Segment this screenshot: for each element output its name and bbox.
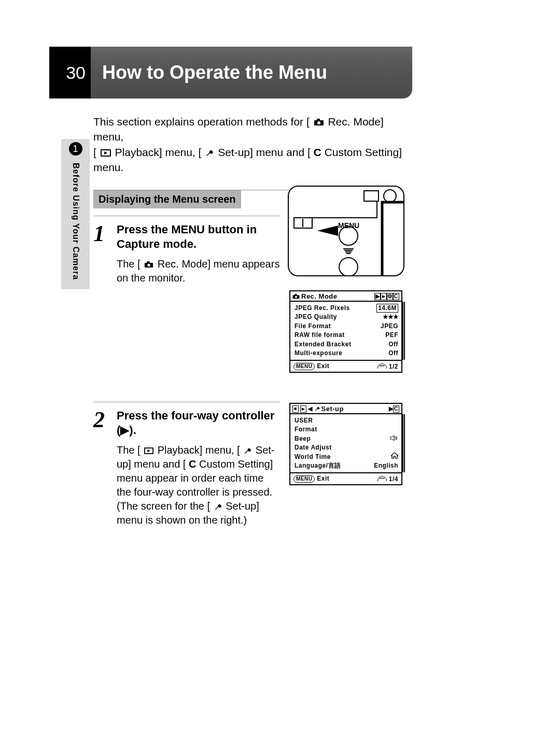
setup-row-5-label: Language/言語 bbox=[295, 461, 341, 470]
step-2-title: Press the four-way controller (▶). bbox=[117, 409, 280, 438]
dial-icon bbox=[377, 363, 387, 369]
chapter-side-tab: 1 Before Using Your Camera bbox=[61, 139, 90, 289]
step-1-menu: MENU bbox=[171, 223, 205, 236]
rec-row-2-label: File Format bbox=[295, 322, 331, 331]
page-number-block: 30 bbox=[49, 47, 91, 99]
setup-row-3: Date Adjust bbox=[295, 443, 398, 452]
subheading: Displaying the Menu screen bbox=[93, 190, 241, 208]
rec-row-1: JPEG Quality★★★ bbox=[295, 313, 398, 321]
rec-row-3-value: PEF bbox=[385, 331, 398, 340]
setup-screen-body: USER Format Beep Date Adjust World Time … bbox=[290, 414, 401, 472]
rec-row-4-label: Extended Bracket bbox=[295, 340, 351, 349]
step-2-desc: The [ Playback] menu, [ Set-up] menu and… bbox=[117, 443, 280, 527]
intro-paragraph: This section explains operation methods … bbox=[93, 114, 404, 175]
rec-row-3: RAW file formatPEF bbox=[295, 331, 398, 340]
rec-row-0: JPEG Rec. Pixels14.6M bbox=[295, 304, 398, 313]
rec-row-5-label: Multi-exposure bbox=[295, 349, 342, 358]
rec-row-4: Extended BracketOff bbox=[295, 340, 398, 349]
svg-marker-9 bbox=[147, 449, 150, 452]
rec-footer-left: MENU Exit bbox=[293, 362, 329, 370]
tab-custom-icon: C bbox=[393, 293, 399, 300]
setup-screen-footer: MENU Exit 1/4 bbox=[290, 472, 401, 484]
wrench-icon bbox=[214, 503, 222, 511]
wrench-icon bbox=[205, 149, 214, 157]
setup-row-4: World Time bbox=[295, 453, 398, 461]
step-1: 1 Press the MENU button in Capture mode.… bbox=[93, 216, 280, 285]
custom-c: C bbox=[314, 146, 321, 158]
tab-playback-icon: ▸ bbox=[381, 293, 387, 300]
setup-footer-page: 1/4 bbox=[389, 475, 398, 483]
svg-rect-1 bbox=[317, 119, 320, 121]
setup-row-4-value bbox=[391, 453, 398, 461]
step-1-number: 1 bbox=[93, 222, 117, 285]
page-number: 30 bbox=[66, 63, 86, 83]
setup-row-2-label: Beep bbox=[295, 434, 311, 443]
rec-row-5-value: Off bbox=[388, 349, 398, 358]
rec-row-0-value: 14.6M bbox=[376, 304, 398, 313]
svg-point-25 bbox=[295, 296, 297, 298]
setup-row-2: Beep bbox=[295, 434, 398, 443]
playback-icon bbox=[144, 447, 153, 454]
rec-row-2-value: JPEG bbox=[381, 322, 398, 331]
intro-text-2c: Set-up] menu and [ bbox=[218, 146, 311, 158]
setup-row-1-label: Format bbox=[295, 425, 317, 434]
step-2-desc-b: Playback] menu, [ bbox=[158, 444, 240, 456]
step-2-body: Press the four-way controller (▶). The [… bbox=[117, 409, 280, 527]
rec-mode-screen: Rec. Mode ▶ ▸ ⚙ C JPEG Rec. Pixels14.6M … bbox=[289, 290, 402, 373]
rec-screen-body: JPEG Rec. Pixels14.6M JPEG Quality★★★ Fi… bbox=[290, 302, 401, 360]
dial-icon bbox=[377, 476, 387, 481]
left-arrow-icon: ◀ bbox=[308, 405, 313, 412]
tab-playback-icon: ▸ bbox=[300, 405, 306, 413]
rec-footer-page: 1/2 bbox=[389, 363, 398, 370]
rec-row-0-label: JPEG Rec. Pixels bbox=[295, 304, 350, 313]
speaker-icon bbox=[390, 435, 398, 441]
rec-row-2: File FormatJPEG bbox=[295, 322, 398, 331]
tab-play-icon: ▶ bbox=[374, 293, 381, 300]
intro-text-1a: This section explains operation methods … bbox=[93, 116, 310, 128]
chapter-number-circle: 1 bbox=[69, 142, 82, 156]
playback-icon bbox=[101, 149, 111, 157]
tab-setup-icon: ⚙ bbox=[387, 293, 393, 300]
svg-marker-21 bbox=[317, 226, 338, 236]
camera-icon bbox=[314, 119, 324, 126]
svg-rect-24 bbox=[295, 294, 297, 296]
rec-row-3-label: RAW file format bbox=[295, 331, 345, 340]
camera-icon bbox=[292, 294, 300, 299]
subheading-text: Displaying the Menu screen bbox=[99, 193, 236, 205]
svg-point-7 bbox=[147, 264, 150, 266]
chapter-number: 1 bbox=[73, 144, 78, 154]
rec-footer-exit: Exit bbox=[317, 362, 329, 370]
rec-row-4-value: Off bbox=[388, 340, 398, 349]
menu-button-oval: MENU bbox=[293, 475, 315, 483]
right-arrow-icon: ▶ bbox=[389, 405, 394, 412]
setup-row-5-value: English bbox=[374, 461, 398, 470]
step-2-desc-a: The [ bbox=[117, 444, 141, 456]
rec-screen-footer: MENU Exit 1/2 bbox=[290, 360, 401, 372]
step-1-desc: The [ Rec. Mode] menu appears on the mon… bbox=[117, 257, 280, 285]
step-2-number: 2 bbox=[93, 409, 117, 527]
svg-text:MENU: MENU bbox=[338, 221, 359, 230]
setup-footer-exit: Exit bbox=[317, 475, 329, 482]
title-text: How to Operate the Menu bbox=[102, 62, 327, 83]
rec-footer-right: 1/2 bbox=[377, 363, 398, 370]
svg-rect-19 bbox=[364, 191, 379, 201]
svg-point-14 bbox=[339, 258, 358, 276]
wrench-icon bbox=[314, 406, 320, 412]
setup-row-2-value bbox=[390, 434, 398, 443]
scrollbar bbox=[402, 414, 405, 472]
camera-icon bbox=[144, 261, 153, 268]
svg-marker-26 bbox=[390, 435, 394, 441]
step-1-title-a: Press the bbox=[117, 223, 171, 236]
setup-row-0: USER bbox=[295, 416, 398, 425]
setup-screen: ◙ ▸ ◀ Set-up ▶ C USER Format Beep Date A… bbox=[289, 403, 402, 485]
setup-header-title: Set-up bbox=[321, 405, 344, 413]
step-1-desc-b: Rec. Mode] menu appears on the monitor. bbox=[117, 258, 279, 284]
svg-rect-6 bbox=[147, 261, 150, 263]
setup-row-4-label: World Time bbox=[295, 453, 331, 461]
camera-illustration: MENU bbox=[288, 186, 404, 276]
rec-row-1-value: ★★★ bbox=[383, 313, 398, 321]
step-1-desc-a: The [ bbox=[117, 258, 141, 270]
svg-rect-10 bbox=[382, 202, 404, 276]
scrollbar bbox=[402, 302, 405, 360]
tab-camera-icon: ◙ bbox=[292, 405, 299, 413]
